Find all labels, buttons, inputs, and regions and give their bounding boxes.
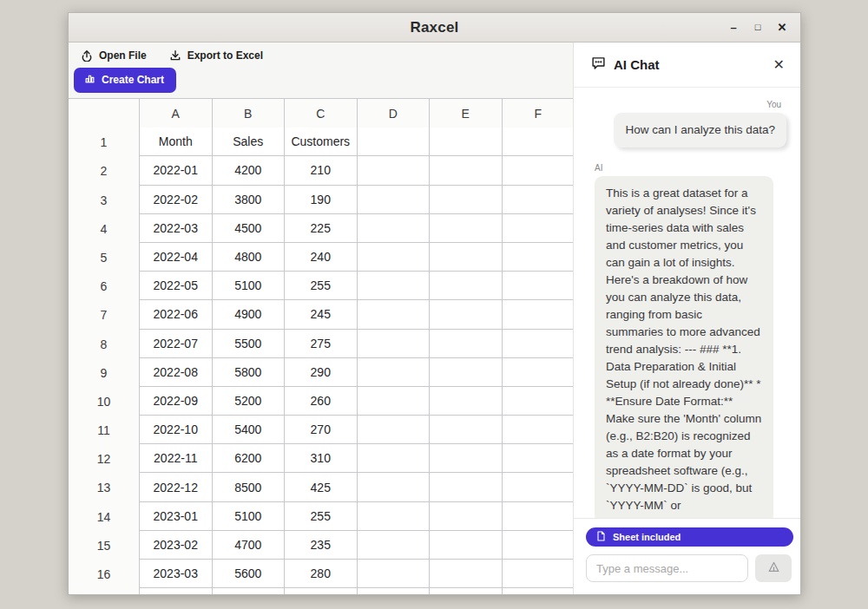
cell[interactable]: 2022-03 bbox=[140, 214, 213, 243]
cell[interactable]: 235 bbox=[285, 531, 358, 560]
cell[interactable] bbox=[503, 473, 574, 501]
cell[interactable]: 270 bbox=[285, 416, 358, 444]
cell[interactable]: 2022-08 bbox=[140, 358, 213, 387]
row-header-15[interactable]: 15 bbox=[69, 531, 140, 561]
cell[interactable]: 255 bbox=[285, 502, 358, 531]
cell[interactable]: 5400 bbox=[213, 416, 286, 444]
row-header-16[interactable]: 16 bbox=[69, 560, 140, 590]
cell[interactable] bbox=[503, 243, 574, 272]
cell[interactable] bbox=[430, 387, 503, 416]
cell[interactable]: 240 bbox=[285, 243, 358, 272]
cell[interactable]: 2023-01 bbox=[140, 502, 213, 531]
cell[interactable]: Month bbox=[140, 128, 213, 156]
cell[interactable]: 5100 bbox=[213, 502, 286, 531]
cell[interactable] bbox=[503, 502, 574, 531]
cell[interactable] bbox=[503, 387, 574, 416]
cell[interactable]: 4700 bbox=[213, 531, 286, 560]
cell[interactable] bbox=[503, 156, 574, 185]
row-header-13[interactable]: 13 bbox=[69, 473, 140, 503]
cell[interactable] bbox=[430, 330, 503, 358]
cell[interactable]: 280 bbox=[285, 560, 358, 588]
cell[interactable]: 260 bbox=[285, 387, 358, 416]
maximize-button[interactable]: □ bbox=[752, 23, 764, 32]
cell[interactable]: Customers bbox=[285, 128, 358, 156]
cell[interactable]: 2022-09 bbox=[140, 387, 213, 416]
cell[interactable] bbox=[430, 214, 503, 243]
close-button[interactable]: ✕ bbox=[776, 22, 788, 33]
cell[interactable]: 2022-12 bbox=[140, 473, 213, 501]
cell[interactable] bbox=[430, 416, 503, 444]
export-excel-button[interactable]: Export to Excel bbox=[169, 49, 263, 62]
cell[interactable] bbox=[503, 531, 574, 560]
cell[interactable] bbox=[430, 243, 503, 272]
row-header-5[interactable]: 5 bbox=[69, 243, 140, 273]
cell[interactable] bbox=[358, 444, 431, 473]
cell[interactable] bbox=[503, 272, 574, 300]
cell[interactable] bbox=[503, 588, 574, 594]
cell[interactable]: 2022-07 bbox=[140, 330, 213, 358]
cell[interactable]: 8500 bbox=[213, 473, 286, 501]
cell[interactable] bbox=[358, 358, 431, 387]
cell[interactable]: 210 bbox=[285, 156, 358, 185]
cell[interactable] bbox=[358, 531, 431, 560]
cell[interactable]: 5200 bbox=[213, 387, 286, 416]
cell[interactable] bbox=[503, 214, 574, 243]
cell[interactable]: 2022-06 bbox=[140, 300, 213, 329]
cell[interactable]: 5800 bbox=[213, 358, 286, 387]
sheet-included-button[interactable]: Sheet included bbox=[586, 527, 793, 547]
corner-cell[interactable] bbox=[69, 99, 140, 129]
row-header-14[interactable]: 14 bbox=[69, 502, 140, 533]
cell[interactable]: 2022-05 bbox=[140, 272, 213, 300]
cell[interactable] bbox=[358, 243, 431, 272]
row-header-17[interactable] bbox=[69, 588, 140, 594]
minimize-button[interactable]: – bbox=[727, 22, 740, 33]
row-header-4[interactable]: 4 bbox=[69, 214, 140, 245]
cell[interactable] bbox=[503, 186, 574, 214]
cell[interactable]: 2023-02 bbox=[140, 531, 213, 560]
cell[interactable]: 4500 bbox=[213, 214, 286, 243]
cell[interactable]: 2022-11 bbox=[140, 444, 213, 473]
cell[interactable]: 4200 bbox=[213, 156, 286, 185]
cell[interactable] bbox=[358, 416, 431, 444]
cell[interactable]: 5100 bbox=[213, 272, 286, 300]
cell[interactable]: 2023-03 bbox=[140, 560, 213, 588]
column-header-B[interactable]: B bbox=[213, 99, 286, 129]
cell[interactable] bbox=[503, 128, 574, 156]
cell[interactable]: 2022-01 bbox=[140, 156, 213, 185]
cell[interactable] bbox=[503, 560, 574, 588]
cell[interactable]: 3800 bbox=[213, 186, 286, 214]
chat-message-input[interactable] bbox=[586, 554, 748, 582]
row-header-12[interactable]: 12 bbox=[69, 444, 140, 475]
cell[interactable]: 4800 bbox=[213, 243, 286, 272]
cell[interactable] bbox=[358, 300, 431, 329]
cell[interactable]: 290 bbox=[285, 358, 358, 387]
cell[interactable] bbox=[430, 156, 503, 185]
create-chart-button[interactable]: Create Chart bbox=[74, 68, 176, 93]
cell[interactable]: 190 bbox=[285, 186, 358, 214]
cell[interactable]: 5500 bbox=[213, 330, 286, 358]
cell[interactable] bbox=[358, 272, 431, 300]
column-header-F[interactable]: F bbox=[503, 99, 574, 129]
cell[interactable] bbox=[430, 444, 503, 473]
row-header-2[interactable]: 2 bbox=[69, 156, 140, 187]
cell[interactable] bbox=[430, 473, 503, 501]
row-header-3[interactable]: 3 bbox=[69, 186, 140, 216]
column-header-D[interactable]: D bbox=[358, 99, 431, 129]
cell[interactable]: 5600 bbox=[213, 560, 286, 588]
cell[interactable]: 310 bbox=[285, 444, 358, 473]
column-header-E[interactable]: E bbox=[430, 99, 503, 129]
cell[interactable] bbox=[213, 588, 286, 594]
row-header-10[interactable]: 10 bbox=[69, 387, 140, 417]
row-header-1[interactable]: 1 bbox=[69, 128, 140, 158]
cell[interactable] bbox=[430, 531, 503, 560]
cell[interactable]: 245 bbox=[285, 300, 358, 329]
cell[interactable] bbox=[358, 186, 431, 214]
cell[interactable] bbox=[503, 358, 574, 387]
cell[interactable] bbox=[430, 300, 503, 329]
cell[interactable] bbox=[285, 588, 358, 594]
cell[interactable] bbox=[358, 128, 431, 156]
cell[interactable] bbox=[358, 387, 431, 416]
cell[interactable]: 225 bbox=[285, 214, 358, 243]
cell[interactable] bbox=[430, 272, 503, 300]
row-header-11[interactable]: 11 bbox=[69, 416, 140, 446]
